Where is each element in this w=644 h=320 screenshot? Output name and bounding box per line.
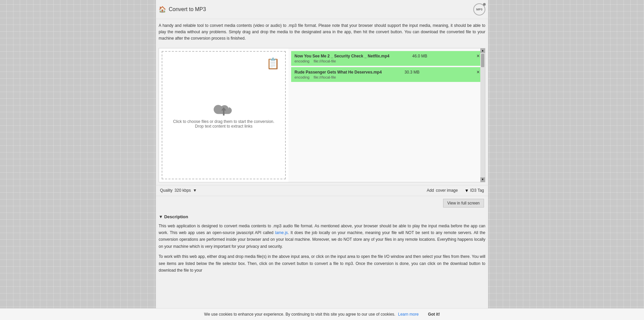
cover-image-area: Add cover image [427,188,458,193]
id3-tag: ▼ ID3 Tag [465,188,484,193]
file-item: Rude Passenger Gets What He Deserves.mp4… [291,67,482,82]
mp3-logo: MP3 [473,3,485,15]
file-close-button[interactable]: × [477,53,480,59]
description-header[interactable]: ▼ Description [159,214,485,219]
file-path: file:///local-file [314,75,336,79]
description-section: ▼ Description This web application is de… [156,210,488,281]
scroll-thumb[interactable] [481,54,484,67]
file-close-button[interactable]: × [477,69,480,75]
file-name: Rude Passenger Gets What He Deserves.mp4 [294,70,382,75]
file-path: file:///local-file [314,59,336,63]
file-status: encoding [294,75,310,79]
drop-instruction: Click to choose files or drag them to st… [162,119,285,129]
quality-label: Quality [160,188,172,193]
file-status: encoding [294,59,310,63]
quality-select: Quality 320 kbps ▼ [160,188,427,193]
scroll-up-arrow[interactable]: ▲ [480,48,485,53]
top-description: A handy and reliable tool to convert med… [156,19,488,45]
id3-label: ID3 Tag [470,188,484,193]
file-list-area: Now You See Me 2 _ Security Check _ Netf… [288,48,485,182]
conversion-area: 📋 Click to choose files or drag them to … [159,48,485,182]
add-label: Add [427,188,434,193]
cookie-text: We use cookies to enhance your experienc… [204,312,395,317]
drop-zone[interactable]: 📋 Click to choose files or drag them to … [162,51,286,179]
header: 🏠 Convert to MP3 MP3 [156,0,488,19]
lame-js-link[interactable]: lame.js [275,230,288,235]
file-size: 46.0 MB [412,54,427,58]
upload-icon [214,101,234,119]
toolbar: Quality 320 kbps ▼ Add cover image ▼ ID3… [156,185,488,196]
scroll-down-arrow[interactable]: ▼ [480,177,485,182]
file-item: Now You See Me 2 _ Security Check _ Netf… [291,51,482,66]
description-para-1: This web application is designed to conv… [159,223,485,250]
home-icon[interactable]: 🏠 [159,6,166,13]
view-fullscreen-container: View in full screen [156,196,488,210]
cover-image-label: cover image [436,188,458,193]
clipboard-icon: 📋 [266,57,280,70]
page-title: Convert to MP3 [169,6,206,12]
description-body: This web application is designed to conv… [159,223,485,274]
learn-more-link[interactable]: Learn more [398,312,419,317]
quality-value: 320 kbps [174,188,191,193]
file-name: Now You See Me 2 _ Security Check _ Netf… [294,54,389,58]
view-fullscreen-button[interactable]: View in full screen [443,199,484,208]
file-size: 30.3 MB [405,70,420,75]
cookie-bar: We use cookies to enhance your experienc… [0,308,644,320]
description-para-2: To work with this web app, either drag a… [159,253,485,274]
scrollbar[interactable]: ▲ ▼ [480,48,485,182]
got-it-button[interactable]: Got it! [428,312,440,317]
quality-dropdown-arrow[interactable]: ▼ [193,188,197,193]
id3-dropdown-arrow: ▼ [465,188,469,193]
